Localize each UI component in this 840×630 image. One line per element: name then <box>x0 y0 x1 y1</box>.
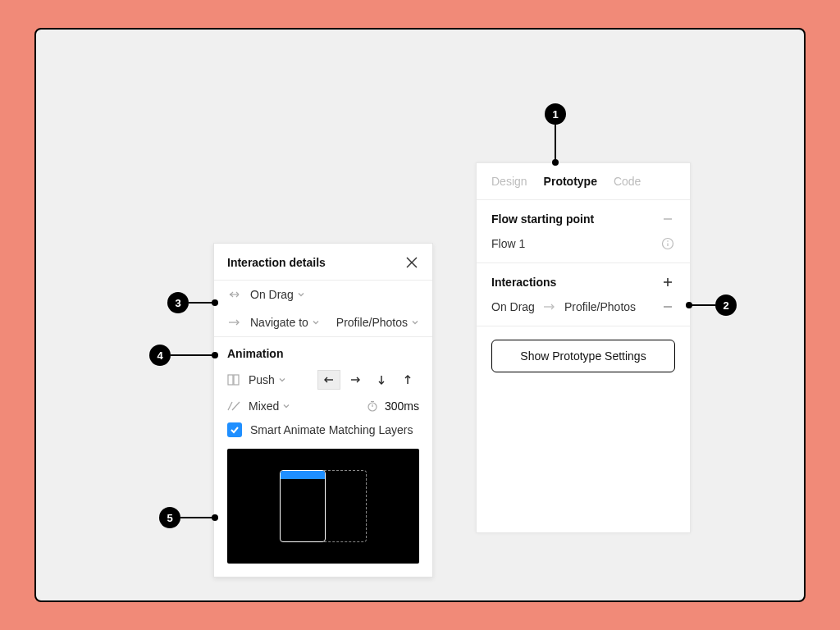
callout-pin <box>180 517 213 518</box>
easing-icon <box>227 400 240 412</box>
callout-number: 3 <box>175 297 180 309</box>
remove-flow-button[interactable] <box>660 212 675 226</box>
callout-dot <box>212 514 218 521</box>
callout-number: 1 <box>552 108 558 121</box>
add-interaction-button[interactable] <box>660 275 675 290</box>
callout-1: 1 <box>545 103 566 125</box>
show-prototype-settings-label: Show Prototype Settings <box>520 349 646 363</box>
callout-2: 2 <box>715 294 737 316</box>
drag-icon <box>227 287 242 302</box>
easing-dropdown[interactable]: Mixed <box>249 399 290 413</box>
animation-preview <box>227 449 419 564</box>
callout-dot <box>686 302 692 308</box>
arrow-right-icon <box>543 303 556 311</box>
animation-type-dropdown[interactable]: Push <box>249 373 286 386</box>
close-icon[interactable] <box>404 255 419 270</box>
callout-dot <box>212 299 218 306</box>
trigger-dropdown[interactable]: On Drag <box>250 288 305 301</box>
clock-icon <box>367 400 378 412</box>
prototype-sidebar: Design Prototype Code Flow starting poin… <box>476 162 691 533</box>
flow-name[interactable]: Flow 1 <box>491 237 525 250</box>
callout-5: 5 <box>159 507 180 528</box>
svg-point-16 <box>667 240 669 242</box>
callout-number: 2 <box>723 299 728 312</box>
tab-code[interactable]: Code <box>614 175 641 188</box>
preview-frame-outgoing <box>321 470 367 542</box>
callout-number: 4 <box>157 349 162 362</box>
action-target-dropdown[interactable]: Profile/Photos <box>336 316 419 329</box>
smart-animate-checkbox[interactable] <box>227 422 242 437</box>
trigger-label: On Drag <box>250 288 294 301</box>
svg-rect-5 <box>234 375 239 385</box>
remove-interaction-button[interactable] <box>660 299 675 314</box>
callout-dot <box>552 159 559 166</box>
preview-frame-incoming <box>280 470 326 542</box>
svg-point-2 <box>230 294 231 295</box>
info-icon[interactable] <box>660 236 675 251</box>
callout-3: 3 <box>167 292 189 313</box>
direction-left-button[interactable] <box>317 370 340 390</box>
svg-rect-4 <box>228 375 233 385</box>
direction-group <box>317 370 419 390</box>
callout-4: 4 <box>149 345 171 366</box>
callout-pin <box>189 302 213 304</box>
direction-up-button[interactable] <box>396 370 419 390</box>
flow-section: Flow starting point Flow 1 <box>477 200 690 263</box>
interaction-target: Profile/Photos <box>564 300 636 313</box>
smart-animate-label: Smart Animate Matching Layers <box>250 423 413 436</box>
push-animation-icon <box>227 373 240 386</box>
action-dropdown[interactable]: Navigate to <box>250 316 320 329</box>
show-prototype-settings-button[interactable]: Show Prototype Settings <box>491 340 675 372</box>
direction-down-button[interactable] <box>370 370 393 390</box>
interactions-header: Interactions <box>491 276 556 289</box>
arrow-right-icon <box>227 315 242 330</box>
easing-label: Mixed <box>249 399 279 413</box>
canvas-frame: Interaction details On Drag Navigate to <box>34 28 806 602</box>
action-label: Navigate to <box>250 316 308 329</box>
callout-pin <box>691 304 715 306</box>
flow-section-header: Flow starting point <box>491 212 594 226</box>
action-target-label: Profile/Photos <box>336 316 408 329</box>
callout-pin <box>555 125 556 161</box>
interaction-row[interactable]: On Drag Profile/Photos <box>491 299 675 314</box>
sidebar-tabs: Design Prototype Code <box>477 163 690 200</box>
duration-value[interactable]: 300ms <box>385 399 419 413</box>
tab-design[interactable]: Design <box>491 175 527 188</box>
callout-dot <box>212 352 218 358</box>
callout-number: 5 <box>167 512 172 524</box>
tab-prototype[interactable]: Prototype <box>544 175 597 188</box>
callout-pin <box>171 354 213 356</box>
interaction-details-panel: Interaction details On Drag Navigate to <box>213 243 433 578</box>
animation-section-label: Animation <box>214 337 432 367</box>
animation-type-label: Push <box>249 373 275 386</box>
interactions-section: Interactions On Drag Profile/Photos <box>477 263 690 326</box>
direction-right-button[interactable] <box>344 370 367 390</box>
panel-title: Interaction details <box>227 256 326 269</box>
interaction-trigger: On Drag <box>491 300 535 313</box>
